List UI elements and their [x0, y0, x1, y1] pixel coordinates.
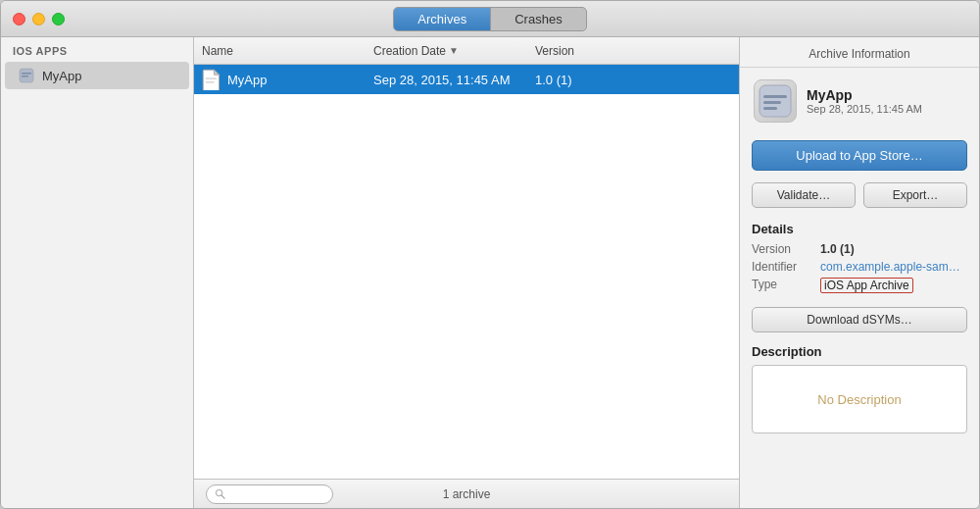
- description-placeholder: No Description: [817, 392, 901, 407]
- file-date: Sep 28, 2015, 11:45 AM: [373, 73, 535, 87]
- svg-rect-10: [763, 107, 777, 110]
- svg-rect-2: [22, 76, 28, 77]
- main-content: iOS Apps MyApp Name Creation: [1, 37, 979, 508]
- file-list-body: MyApp Sep 28, 2015, 11:45 AM 1.0 (1): [194, 65, 739, 479]
- traffic-lights: [13, 13, 65, 25]
- app-info-date: Sep 28, 2015, 11:45 AM: [807, 103, 922, 115]
- validate-export-row: Validate… Export…: [740, 177, 979, 214]
- identifier-row: Identifier com.example.apple-sam…: [752, 260, 967, 274]
- svg-rect-9: [763, 101, 781, 104]
- sidebar-section-label: iOS Apps: [1, 37, 193, 61]
- sidebar: iOS Apps MyApp: [1, 37, 194, 508]
- identifier-label: Identifier: [752, 260, 820, 274]
- version-label: Version: [752, 242, 820, 256]
- sidebar-item-myapp[interactable]: MyApp: [5, 62, 189, 89]
- type-label: Type: [752, 278, 820, 291]
- main-window: Archives Crashes iOS Apps MyApp: [0, 0, 980, 509]
- description-box[interactable]: No Description: [752, 365, 967, 433]
- app-icon-box: [754, 79, 797, 123]
- file-version: 1.0 (1): [535, 73, 572, 87]
- app-info-text: MyApp Sep 28, 2015, 11:45 AM: [807, 87, 922, 115]
- version-value: 1.0 (1): [820, 242, 855, 256]
- identifier-value[interactable]: com.example.apple-sam…: [820, 260, 960, 274]
- details-title: Details: [752, 222, 967, 236]
- svg-rect-8: [763, 95, 787, 98]
- maximize-button[interactable]: [52, 13, 65, 25]
- sidebar-item-label: MyApp: [42, 69, 81, 83]
- upload-button[interactable]: Upload to App Store…: [752, 140, 967, 171]
- right-panel: Archive Information MyApp Sep 28, 2015, …: [740, 37, 979, 508]
- tab-crashes[interactable]: Crashes: [490, 8, 585, 30]
- description-section: Description No Description: [740, 338, 979, 439]
- type-value: iOS App Archive: [820, 278, 913, 293]
- file-icon: [202, 70, 221, 89]
- download-dsyms-button[interactable]: Download dSYMs…: [752, 307, 967, 332]
- type-row: Type iOS App Archive: [752, 278, 967, 293]
- search-input[interactable]: [206, 484, 333, 504]
- column-header-date[interactable]: Creation Date ▼: [373, 44, 535, 58]
- svg-rect-1: [22, 73, 31, 75]
- sort-arrow: ▼: [449, 45, 459, 56]
- description-title: Description: [752, 344, 967, 359]
- close-button[interactable]: [13, 13, 25, 25]
- tab-group: Archives Crashes: [393, 7, 586, 31]
- svg-point-5: [216, 489, 221, 495]
- validate-button[interactable]: Validate…: [752, 182, 856, 208]
- export-button[interactable]: Export…: [863, 182, 967, 208]
- details-section: Details Version 1.0 (1) Identifier com.e…: [740, 214, 979, 301]
- file-list-footer: 1 archive: [194, 479, 739, 508]
- minimize-button[interactable]: [32, 13, 45, 25]
- archive-info-label: Archive Information: [740, 37, 979, 68]
- table-row[interactable]: MyApp Sep 28, 2015, 11:45 AM 1.0 (1): [194, 65, 739, 94]
- column-header-name[interactable]: Name: [202, 44, 373, 58]
- archive-app-info: MyApp Sep 28, 2015, 11:45 AM: [740, 68, 979, 134]
- file-name: MyApp: [227, 73, 373, 87]
- svg-line-6: [221, 495, 224, 498]
- file-list-area: Name Creation Date ▼ Version: [194, 37, 740, 508]
- archive-count: 1 archive: [443, 487, 491, 501]
- tab-archives[interactable]: Archives: [394, 8, 490, 30]
- app-info-name: MyApp: [807, 87, 922, 103]
- file-list-header: Name Creation Date ▼ Version: [194, 37, 739, 65]
- upload-section: Upload to App Store…: [740, 134, 979, 177]
- column-header-version[interactable]: Version: [535, 44, 613, 58]
- titlebar: Archives Crashes: [1, 1, 979, 37]
- app-icon: [17, 66, 36, 85]
- download-dsyms-section: Download dSYMs…: [740, 301, 979, 338]
- version-row: Version 1.0 (1): [752, 242, 967, 256]
